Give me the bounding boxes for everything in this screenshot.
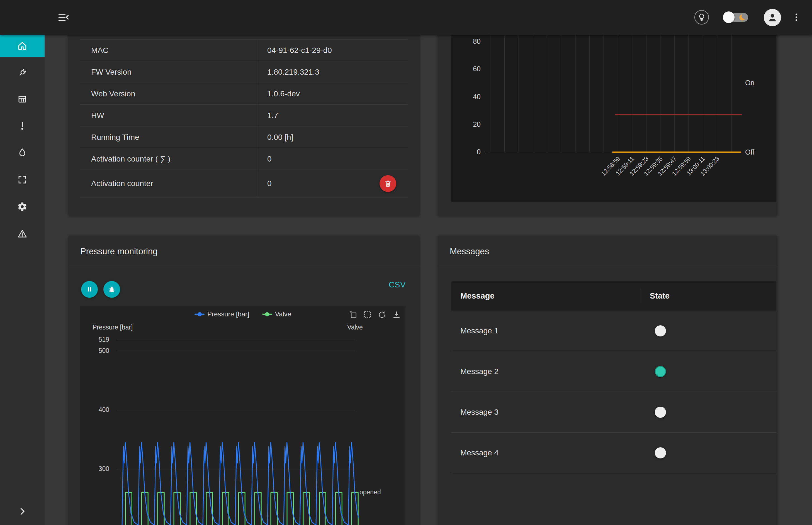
gridline: [717, 35, 717, 152]
device-info-row: Activation counter ( ∑ )0: [80, 148, 408, 170]
info-label: MAC: [80, 40, 258, 61]
message-state-indicator: [655, 366, 666, 377]
divider: [438, 267, 778, 267]
gridline: [547, 35, 547, 152]
water-drop-icon: [17, 148, 27, 158]
messages-table-header: Message State: [451, 281, 776, 311]
message-state-indicator: [655, 325, 666, 336]
moon-icon: [738, 14, 746, 21]
info-value: 04-91-62-c1-29-d0: [258, 40, 408, 61]
right-axis-label-off: Off: [745, 148, 773, 156]
sidebar-item-home[interactable]: [0, 35, 45, 57]
column-header-state: State: [650, 281, 669, 311]
gridline: [731, 35, 732, 152]
info-value: 0.00 [h]: [258, 126, 408, 148]
message-row: Message 4: [451, 433, 776, 473]
divider: [68, 267, 420, 267]
warning-icon: [17, 229, 27, 239]
csv-download-link[interactable]: CSV: [389, 280, 406, 289]
pressure-chart[interactable]: Pressure [bar] Valve: [80, 306, 405, 525]
gridline: [589, 35, 590, 152]
topbar: [0, 0, 812, 35]
messages-table: Message State Message 1Message 2Message …: [451, 281, 776, 473]
status-chart[interactable]: 02040608012:58:5912:59:1112:59:2312:59:3…: [451, 35, 776, 202]
y-tick-label: 300: [83, 465, 109, 472]
y-tick-label: 20: [457, 120, 481, 129]
gridline: [703, 35, 703, 152]
sidebar-expand[interactable]: [0, 500, 45, 523]
pause-button[interactable]: [81, 281, 98, 298]
gridline: [490, 35, 490, 152]
message-label: Message 4: [451, 448, 499, 457]
sidebar: [0, 35, 45, 525]
message-row: Message 3: [451, 392, 776, 433]
sidebar-item-alerts[interactable]: [0, 115, 45, 137]
series-line-orange-constant: [612, 151, 741, 153]
y-tick-label: 80: [457, 37, 481, 45]
status-chart-card: 02040608012:58:5912:59:1112:59:2312:59:3…: [438, 35, 778, 216]
info-value: 0: [258, 170, 408, 197]
menu-open-icon[interactable]: [57, 11, 70, 24]
sidebar-item-fluid[interactable]: [0, 141, 45, 164]
delete-counter-button[interactable]: [380, 175, 396, 192]
column-divider: [640, 288, 640, 303]
gridline: [117, 351, 355, 351]
gear-icon: [17, 201, 27, 212]
card-title: Pressure monitoring: [80, 236, 158, 267]
column-header-message: Message: [460, 281, 494, 311]
download-icon[interactable]: [392, 310, 401, 319]
more-vertical-icon[interactable]: [791, 11, 802, 24]
chevron-right-icon: [17, 506, 27, 516]
message-label: Message 2: [451, 367, 499, 376]
gridline: [575, 35, 575, 152]
device-info-row: MAC04-91-62-c1-29-d0: [80, 39, 408, 61]
sidebar-item-settings[interactable]: [0, 196, 45, 218]
theme-toggle[interactable]: [724, 13, 748, 22]
sidebar-item-table[interactable]: [0, 88, 45, 110]
plug-icon: [17, 68, 27, 78]
table-icon: [17, 94, 27, 104]
info-label: FW Version: [80, 61, 258, 83]
lightbulb-icon[interactable]: [694, 10, 709, 25]
message-state-indicator: [655, 407, 666, 418]
gridline: [646, 35, 647, 152]
y-tick-label: 500: [83, 347, 109, 355]
info-value: 1.7: [258, 105, 408, 126]
home-icon: [17, 41, 28, 51]
fullscreen-icon: [17, 175, 27, 185]
message-row: Message 1: [451, 311, 776, 351]
theme-toggle-knob[interactable]: [723, 11, 735, 23]
message-state-indicator: [655, 447, 666, 459]
message-row: Message 2: [451, 351, 776, 392]
info-value: 0: [258, 148, 408, 170]
gridline: [689, 35, 689, 152]
avatar[interactable]: [764, 9, 781, 26]
gridline: [117, 340, 355, 340]
series-line-red-constant: [615, 115, 742, 115]
info-label: HW: [80, 105, 258, 126]
x-axis-line: [484, 152, 612, 152]
gridline: [504, 35, 505, 152]
messages-card: Messages Message State Message 1Message …: [438, 236, 778, 525]
gridline: [674, 35, 675, 152]
sidebar-item-warnings[interactable]: [0, 223, 45, 245]
gridline: [632, 35, 632, 152]
select-region-icon[interactable]: [363, 310, 372, 319]
right-axis-label-on: On: [745, 79, 773, 87]
info-label: Running Time: [80, 126, 258, 148]
sidebar-item-fullscreen[interactable]: [0, 168, 45, 191]
pressure-monitoring-card: Pressure monitoring CSV Pressure [bar]: [68, 236, 420, 525]
device-info-row: Activation counter0: [80, 170, 408, 197]
device-info-row: HW1.7: [80, 104, 408, 126]
device-info-card: MAC04-91-62-c1-29-d0FW Version1.80.219.3…: [68, 35, 420, 216]
debug-button[interactable]: [103, 281, 120, 298]
y-tick-label: 519: [83, 336, 109, 343]
info-label: Web Version: [80, 83, 258, 104]
gridline: [533, 35, 533, 152]
message-label: Message 1: [451, 326, 499, 335]
refresh-icon[interactable]: [378, 310, 386, 319]
info-label: Activation counter: [80, 170, 258, 197]
y-tick-label: 40: [457, 93, 481, 101]
device-info-row: FW Version1.80.219.321.3: [80, 61, 408, 83]
sidebar-item-connections[interactable]: [0, 62, 45, 84]
